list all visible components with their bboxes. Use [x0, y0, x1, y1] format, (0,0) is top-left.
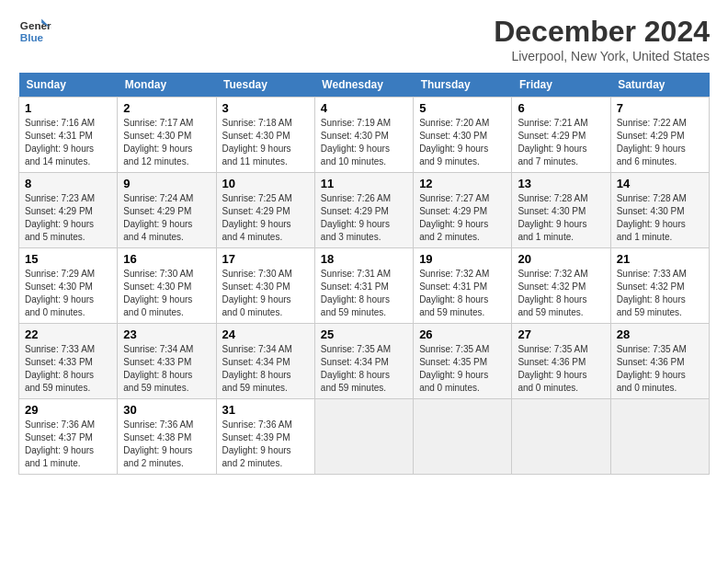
calendar-week-row: 1 Sunrise: 7:16 AMSunset: 4:31 PMDayligh…	[19, 98, 710, 173]
day-info: Sunrise: 7:30 AMSunset: 4:30 PMDaylight:…	[123, 269, 193, 317]
day-info: Sunrise: 7:26 AMSunset: 4:29 PMDaylight:…	[321, 193, 391, 242]
calendar-cell: 27 Sunrise: 7:35 AMSunset: 4:36 PMDaylig…	[512, 324, 610, 399]
day-info: Sunrise: 7:25 AMSunset: 4:29 PMDaylight:…	[222, 193, 292, 242]
day-number: 27	[518, 327, 604, 341]
day-info: Sunrise: 7:28 AMSunset: 4:30 PMDaylight:…	[518, 193, 587, 242]
day-info: Sunrise: 7:19 AMSunset: 4:30 PMDaylight:…	[321, 118, 391, 167]
calendar-cell: 14 Sunrise: 7:28 AMSunset: 4:30 PMDaylig…	[610, 173, 709, 248]
day-number: 2	[123, 101, 210, 115]
calendar-cell: 19 Sunrise: 7:32 AMSunset: 4:31 PMDaylig…	[414, 248, 512, 324]
day-number: 17	[222, 252, 309, 266]
day-info: Sunrise: 7:35 AMSunset: 4:35 PMDaylight:…	[419, 344, 489, 393]
calendar-cell	[314, 399, 413, 475]
day-info: Sunrise: 7:33 AMSunset: 4:32 PMDaylight:…	[617, 269, 687, 317]
day-number: 22	[25, 327, 111, 341]
day-info: Sunrise: 7:35 AMSunset: 4:36 PMDaylight:…	[518, 344, 587, 393]
calendar-cell: 21 Sunrise: 7:33 AMSunset: 4:32 PMDaylig…	[610, 248, 709, 324]
day-info: Sunrise: 7:24 AMSunset: 4:29 PMDaylight:…	[123, 193, 193, 242]
day-info: Sunrise: 7:36 AMSunset: 4:38 PMDaylight:…	[123, 419, 193, 468]
day-number: 14	[617, 177, 703, 190]
calendar-cell	[512, 399, 610, 475]
calendar-cell: 1 Sunrise: 7:16 AMSunset: 4:31 PMDayligh…	[19, 98, 118, 173]
day-info: Sunrise: 7:29 AMSunset: 4:30 PMDaylight:…	[25, 269, 95, 317]
day-info: Sunrise: 7:17 AMSunset: 4:30 PMDaylight:…	[123, 118, 193, 167]
calendar-cell: 20 Sunrise: 7:32 AMSunset: 4:32 PMDaylig…	[512, 248, 610, 324]
calendar-week-row: 29 Sunrise: 7:36 AMSunset: 4:37 PMDaylig…	[19, 399, 710, 475]
day-number: 15	[25, 252, 111, 266]
day-number: 30	[123, 403, 210, 417]
calendar-cell: 16 Sunrise: 7:30 AMSunset: 4:30 PMDaylig…	[118, 248, 216, 324]
calendar-cell: 31 Sunrise: 7:36 AMSunset: 4:39 PMDaylig…	[216, 399, 314, 475]
calendar-cell: 8 Sunrise: 7:23 AMSunset: 4:29 PMDayligh…	[19, 173, 118, 248]
calendar-cell: 24 Sunrise: 7:34 AMSunset: 4:34 PMDaylig…	[216, 324, 314, 399]
day-number: 16	[123, 252, 210, 266]
calendar-cell: 10 Sunrise: 7:25 AMSunset: 4:29 PMDaylig…	[216, 173, 314, 248]
day-number: 23	[123, 327, 210, 341]
day-info: Sunrise: 7:35 AMSunset: 4:34 PMDaylight:…	[321, 344, 391, 393]
header-row: Sunday Monday Tuesday Wednesday Thursday…	[19, 73, 710, 98]
calendar-cell: 5 Sunrise: 7:20 AMSunset: 4:30 PMDayligh…	[414, 98, 512, 173]
calendar-cell: 3 Sunrise: 7:18 AMSunset: 4:30 PMDayligh…	[216, 98, 314, 173]
calendar-cell: 9 Sunrise: 7:24 AMSunset: 4:29 PMDayligh…	[118, 173, 216, 248]
day-info: Sunrise: 7:28 AMSunset: 4:30 PMDaylight:…	[617, 193, 687, 242]
day-number: 18	[321, 252, 407, 266]
calendar-cell	[610, 399, 709, 475]
calendar-cell: 26 Sunrise: 7:35 AMSunset: 4:35 PMDaylig…	[414, 324, 512, 399]
day-info: Sunrise: 7:35 AMSunset: 4:36 PMDaylight:…	[617, 344, 687, 393]
calendar-cell: 15 Sunrise: 7:29 AMSunset: 4:30 PMDaylig…	[19, 248, 118, 324]
day-number: 9	[123, 177, 210, 190]
day-info: Sunrise: 7:18 AMSunset: 4:30 PMDaylight:…	[222, 118, 292, 167]
calendar-cell: 4 Sunrise: 7:19 AMSunset: 4:30 PMDayligh…	[314, 98, 413, 173]
calendar-cell: 18 Sunrise: 7:31 AMSunset: 4:31 PMDaylig…	[314, 248, 413, 324]
day-number: 5	[419, 101, 506, 115]
calendar-cell: 7 Sunrise: 7:22 AMSunset: 4:29 PMDayligh…	[610, 98, 709, 173]
col-friday: Friday	[512, 73, 610, 98]
svg-text:Blue: Blue	[20, 31, 44, 43]
day-info: Sunrise: 7:34 AMSunset: 4:33 PMDaylight:…	[123, 344, 193, 393]
day-number: 24	[222, 327, 309, 341]
day-number: 31	[222, 403, 309, 417]
header: General Blue December 2024 Liverpool, Ne…	[18, 15, 710, 63]
calendar-body: 1 Sunrise: 7:16 AMSunset: 4:31 PMDayligh…	[19, 98, 710, 475]
subtitle: Liverpool, New York, United States	[494, 49, 710, 63]
day-info: Sunrise: 7:23 AMSunset: 4:29 PMDaylight:…	[25, 193, 95, 242]
calendar-cell: 28 Sunrise: 7:35 AMSunset: 4:36 PMDaylig…	[610, 324, 709, 399]
calendar-header: Sunday Monday Tuesday Wednesday Thursday…	[19, 73, 710, 98]
calendar-cell: 17 Sunrise: 7:30 AMSunset: 4:30 PMDaylig…	[216, 248, 314, 324]
day-number: 11	[321, 177, 407, 190]
calendar-cell: 25 Sunrise: 7:35 AMSunset: 4:34 PMDaylig…	[314, 324, 413, 399]
day-number: 26	[419, 327, 506, 341]
day-info: Sunrise: 7:22 AMSunset: 4:29 PMDaylight:…	[617, 118, 687, 167]
day-number: 13	[518, 177, 604, 190]
col-monday: Monday	[118, 73, 216, 98]
calendar-cell: 13 Sunrise: 7:28 AMSunset: 4:30 PMDaylig…	[512, 173, 610, 248]
day-number: 19	[419, 252, 506, 266]
calendar-week-row: 8 Sunrise: 7:23 AMSunset: 4:29 PMDayligh…	[19, 173, 710, 248]
day-number: 4	[321, 101, 407, 115]
calendar-week-row: 22 Sunrise: 7:33 AMSunset: 4:33 PMDaylig…	[19, 324, 710, 399]
calendar-cell: 12 Sunrise: 7:27 AMSunset: 4:29 PMDaylig…	[414, 173, 512, 248]
calendar-week-row: 15 Sunrise: 7:29 AMSunset: 4:30 PMDaylig…	[19, 248, 710, 324]
calendar-cell: 22 Sunrise: 7:33 AMSunset: 4:33 PMDaylig…	[19, 324, 118, 399]
day-info: Sunrise: 7:32 AMSunset: 4:32 PMDaylight:…	[518, 269, 587, 317]
col-tuesday: Tuesday	[216, 73, 314, 98]
calendar-cell: 11 Sunrise: 7:26 AMSunset: 4:29 PMDaylig…	[314, 173, 413, 248]
day-number: 28	[617, 327, 703, 341]
calendar-cell: 2 Sunrise: 7:17 AMSunset: 4:30 PMDayligh…	[118, 98, 216, 173]
calendar-table: Sunday Monday Tuesday Wednesday Thursday…	[18, 73, 710, 475]
day-number: 1	[25, 101, 111, 115]
logo: General Blue	[18, 15, 51, 48]
day-number: 7	[617, 101, 703, 115]
day-number: 8	[25, 177, 111, 190]
day-info: Sunrise: 7:36 AMSunset: 4:37 PMDaylight:…	[25, 419, 95, 468]
day-info: Sunrise: 7:16 AMSunset: 4:31 PMDaylight:…	[25, 118, 95, 167]
logo-icon: General Blue	[18, 15, 51, 48]
col-thursday: Thursday	[414, 73, 512, 98]
calendar-cell: 29 Sunrise: 7:36 AMSunset: 4:37 PMDaylig…	[19, 399, 118, 475]
day-info: Sunrise: 7:20 AMSunset: 4:30 PMDaylight:…	[419, 118, 489, 167]
day-info: Sunrise: 7:32 AMSunset: 4:31 PMDaylight:…	[419, 269, 489, 317]
day-number: 20	[518, 252, 604, 266]
calendar-cell: 6 Sunrise: 7:21 AMSunset: 4:29 PMDayligh…	[512, 98, 610, 173]
day-info: Sunrise: 7:21 AMSunset: 4:29 PMDaylight:…	[518, 118, 587, 167]
day-number: 3	[222, 101, 309, 115]
